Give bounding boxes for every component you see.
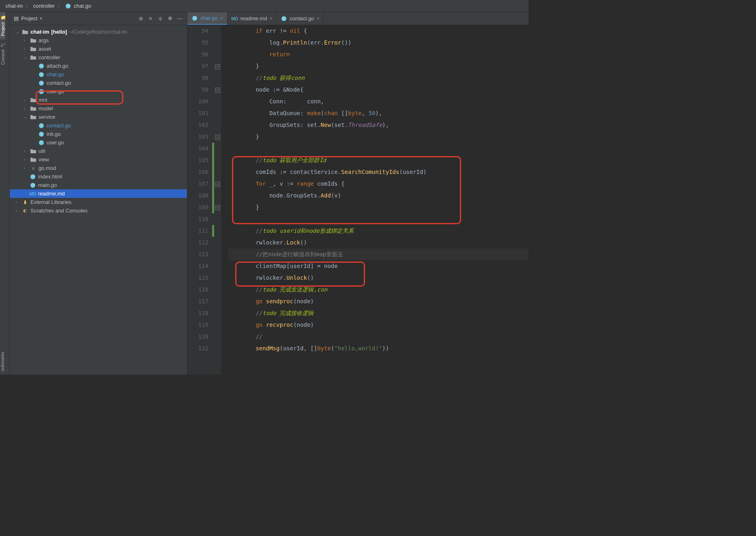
sidebar-title[interactable]: ▤ Project ▾ bbox=[14, 15, 134, 21]
go-file-icon bbox=[38, 131, 45, 137]
gear-icon[interactable]: ✻ bbox=[167, 15, 173, 22]
editor: chat.go× MDreadme.md× contact.go× 949596… bbox=[187, 12, 528, 375]
folder-icon bbox=[30, 105, 37, 112]
tree-dir-util[interactable]: ›util bbox=[10, 147, 187, 155]
fold-icon[interactable]: − bbox=[215, 64, 220, 69]
tree-file-index[interactable]: index.html bbox=[10, 172, 187, 181]
code-area[interactable]: 9495969798991001011021031041051061071081… bbox=[187, 25, 528, 375]
folder-icon bbox=[30, 54, 37, 61]
tab-bar: chat.go× MDreadme.md× contact.go× bbox=[187, 12, 528, 25]
close-icon[interactable]: × bbox=[316, 16, 319, 21]
dropdown-icon: ▾ bbox=[40, 15, 43, 21]
tree-file-s-user[interactable]: user.go bbox=[10, 138, 187, 147]
gutter: 9495969798991001011021031041051061071081… bbox=[187, 25, 212, 375]
md-file-icon: MD bbox=[30, 191, 36, 197]
go-file-icon bbox=[38, 122, 45, 129]
collapse-icon[interactable]: ≑ bbox=[157, 15, 163, 22]
tool-rail: Project📁 Commit⎇ ookmarks bbox=[0, 12, 10, 375]
breadcrumb-item[interactable]: controller bbox=[33, 3, 55, 9]
go-file-icon bbox=[30, 182, 36, 189]
tab-contact[interactable]: contact.go× bbox=[277, 12, 324, 25]
tab-chat[interactable]: chat.go× bbox=[187, 12, 228, 25]
go-file-icon bbox=[30, 174, 36, 180]
folder-icon bbox=[30, 37, 37, 44]
folder-icon bbox=[30, 97, 37, 103]
tree-file-main[interactable]: main.go bbox=[10, 181, 187, 189]
tree-file-user[interactable]: user.go bbox=[10, 87, 187, 96]
tree-dir-model[interactable]: ›model bbox=[10, 104, 187, 113]
go-file-icon bbox=[191, 15, 198, 21]
tree-scratches[interactable]: ›◐Scratches and Consoles bbox=[10, 206, 187, 215]
go-file-icon bbox=[65, 3, 71, 9]
breadcrumb-item[interactable]: chat-im bbox=[6, 3, 23, 9]
tree-file-contact[interactable]: contact.go bbox=[10, 79, 187, 87]
folder-icon bbox=[30, 148, 37, 154]
tree-file-s-contact[interactable]: contact.go bbox=[10, 121, 187, 130]
locate-icon[interactable]: ⊕ bbox=[137, 15, 144, 22]
folder-icon bbox=[30, 157, 37, 163]
rail-bookmarks[interactable]: ookmarks bbox=[0, 349, 5, 375]
chevron-right-icon: 〉 bbox=[57, 2, 62, 10]
go-file-icon bbox=[281, 15, 287, 22]
tree-ext-lib[interactable]: ›▮External Libraries bbox=[10, 198, 187, 206]
tree-dir-asset[interactable]: ›asset bbox=[10, 45, 187, 53]
go-file-icon bbox=[38, 71, 45, 78]
project-tree[interactable]: ⌄chat-im [hello] ~/Code/goRoot/src/chat-… bbox=[10, 25, 187, 375]
tree-file-gomod[interactable]: ›≡go.mod bbox=[10, 164, 187, 172]
library-icon: ▮ bbox=[22, 199, 28, 206]
rail-commit[interactable]: Commit⎇ bbox=[0, 39, 5, 68]
fold-icon[interactable]: − bbox=[215, 205, 220, 210]
tree-dir-controller[interactable]: ⌄controller bbox=[10, 53, 187, 62]
code-content[interactable]: if err != nil { log.Println(err.Error())… bbox=[221, 25, 528, 375]
tree-file-chat[interactable]: chat.go bbox=[10, 70, 187, 79]
change-strip bbox=[212, 25, 215, 375]
fold-strip: − − − − − bbox=[215, 25, 221, 375]
go-file-icon bbox=[38, 63, 45, 69]
folder-icon bbox=[22, 29, 28, 35]
folder-icon bbox=[30, 114, 37, 120]
hide-icon[interactable]: — bbox=[176, 15, 183, 22]
go-file-icon bbox=[38, 139, 45, 146]
fold-icon[interactable]: − bbox=[215, 135, 220, 140]
md-file-icon: MD bbox=[232, 15, 238, 22]
rail-project[interactable]: Project📁 bbox=[0, 12, 5, 39]
tree-root[interactable]: ⌄chat-im [hello] ~/Code/goRoot/src/chat-… bbox=[10, 28, 187, 36]
tree-file-attach[interactable]: attach.go bbox=[10, 62, 187, 70]
folder-icon bbox=[30, 46, 37, 52]
close-icon[interactable]: × bbox=[269, 16, 272, 21]
fold-icon[interactable]: − bbox=[215, 182, 220, 187]
breadcrumb-item[interactable]: chat.go bbox=[74, 3, 91, 9]
close-icon[interactable]: × bbox=[220, 15, 223, 21]
tree-dir-view[interactable]: ›view bbox=[10, 155, 187, 164]
tree-file-readme[interactable]: MDreadme.md bbox=[10, 189, 187, 198]
tree-dir-mnt[interactable]: ›mnt bbox=[10, 96, 187, 104]
mod-file-icon: ≡ bbox=[30, 165, 37, 172]
project-sidebar: ▤ Project ▾ ⊕ ≡ ≑ ✻ — ⌄chat-im [hello] ~… bbox=[10, 12, 187, 375]
go-file-icon bbox=[38, 88, 45, 95]
chevron-right-icon: 〉 bbox=[26, 2, 31, 10]
fold-icon[interactable]: − bbox=[215, 88, 220, 93]
scratch-icon: ◐ bbox=[22, 208, 28, 214]
breadcrumb: chat-im 〉 controller 〉 chat.go bbox=[0, 0, 528, 12]
go-file-icon bbox=[38, 80, 45, 86]
tree-file-s-init[interactable]: init.go bbox=[10, 130, 187, 138]
project-icon: ▤ bbox=[14, 15, 19, 21]
tab-readme[interactable]: MDreadme.md× bbox=[228, 12, 277, 25]
expand-icon[interactable]: ≡ bbox=[147, 15, 154, 22]
tree-dir-args[interactable]: ›args bbox=[10, 36, 187, 45]
tree-dir-service[interactable]: ⌄service bbox=[10, 113, 187, 121]
